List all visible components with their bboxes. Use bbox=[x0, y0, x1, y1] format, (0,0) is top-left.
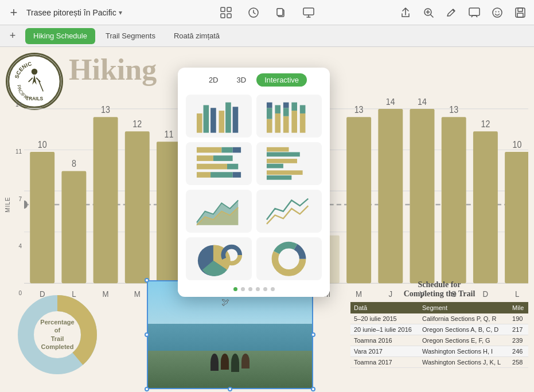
svg-rect-81 bbox=[267, 108, 272, 119]
svg-rect-93 bbox=[221, 147, 232, 153]
table-row: 5–20 iulie 2015California Sections P, Q,… bbox=[350, 313, 528, 324]
svg-rect-82 bbox=[267, 102, 272, 108]
title-chevron[interactable]: ▾ bbox=[119, 9, 122, 17]
picker-tab-3d[interactable]: 3D bbox=[229, 73, 255, 87]
table-title: Schedule for Completing the Trail bbox=[350, 280, 528, 299]
svg-rect-100 bbox=[211, 172, 233, 178]
handle-bl[interactable] bbox=[145, 387, 149, 391]
svg-rect-105 bbox=[267, 164, 283, 168]
copy-icon[interactable] bbox=[273, 5, 289, 21]
svg-text:13: 13 bbox=[449, 104, 458, 115]
chart-options-grid bbox=[184, 92, 324, 283]
svg-rect-1 bbox=[227, 7, 231, 11]
svg-rect-99 bbox=[197, 172, 211, 178]
svg-rect-101 bbox=[232, 172, 240, 178]
svg-rect-52 bbox=[473, 131, 498, 283]
picker-dot-2[interactable] bbox=[248, 287, 252, 291]
svg-rect-103 bbox=[267, 152, 300, 156]
svg-rect-76 bbox=[211, 108, 216, 132]
picker-dot-1[interactable] bbox=[241, 287, 245, 291]
chart-option-pie[interactable] bbox=[186, 237, 252, 280]
tab-bar: + Hiking Schedule Trail Segments Roată z… bbox=[0, 25, 534, 47]
picker-pagination bbox=[184, 287, 324, 291]
save-icon[interactable] bbox=[512, 5, 528, 21]
presenter-icon[interactable] bbox=[301, 5, 317, 21]
emoji-icon[interactable] bbox=[489, 5, 505, 21]
svg-text:12: 12 bbox=[132, 119, 142, 129]
picker-tab-2d[interactable]: 2D bbox=[201, 73, 227, 87]
chart-option-area[interactable] bbox=[186, 190, 252, 233]
chart-option-donut[interactable] bbox=[256, 237, 322, 280]
svg-rect-83 bbox=[275, 113, 281, 133]
zoom-icon[interactable] bbox=[420, 5, 436, 21]
picker-dot-4[interactable] bbox=[263, 287, 267, 291]
svg-point-12 bbox=[498, 11, 500, 12]
svg-rect-14 bbox=[518, 8, 523, 11]
chart-option-grouped-bar[interactable] bbox=[186, 95, 252, 138]
add-button[interactable]: + bbox=[6, 5, 22, 21]
picker-dot-3[interactable] bbox=[256, 287, 260, 291]
share-icon[interactable] bbox=[397, 5, 414, 21]
svg-rect-84 bbox=[275, 105, 281, 113]
svg-rect-2 bbox=[221, 14, 225, 18]
toolbar: + Trasee pitorești în Pacific ▾ bbox=[0, 0, 534, 25]
pencil-icon[interactable] bbox=[443, 5, 459, 21]
picker-tabs: 2D 3D Interactive bbox=[184, 73, 324, 87]
toolbar-left: + Trasee pitorești în Pacific ▾ bbox=[6, 5, 122, 21]
svg-rect-79 bbox=[232, 107, 238, 132]
chart-option-horizontal-bar[interactable] bbox=[186, 142, 252, 185]
svg-rect-95 bbox=[197, 155, 213, 161]
svg-rect-96 bbox=[213, 155, 233, 161]
add-tab-button[interactable]: + bbox=[5, 28, 21, 44]
chart-option-stacked-bar[interactable] bbox=[256, 95, 322, 138]
tab-hiking-schedule[interactable]: Hiking Schedule bbox=[25, 28, 95, 44]
svg-rect-77 bbox=[219, 111, 224, 133]
svg-rect-75 bbox=[203, 105, 209, 132]
svg-rect-31 bbox=[61, 171, 86, 284]
svg-rect-94 bbox=[232, 147, 240, 153]
tab-roata-zimtata[interactable]: Roată zimțată bbox=[166, 28, 228, 44]
table-row: Vara 2017Washington Sections H, I246 bbox=[350, 346, 528, 357]
chart-option-line[interactable] bbox=[256, 190, 322, 233]
svg-text:10: 10 bbox=[513, 139, 522, 150]
col-header-mile: Mile bbox=[509, 302, 528, 313]
comment-icon[interactable] bbox=[466, 5, 482, 21]
table-row: Toamna 2016Oregon Sections E, F, G239 bbox=[350, 335, 528, 346]
picker-dot-5[interactable] bbox=[271, 287, 275, 291]
y-axis-label: MILE bbox=[5, 197, 11, 212]
picker-dot-0[interactable] bbox=[233, 287, 237, 291]
picker-tab-interactive[interactable]: Interactive bbox=[256, 73, 307, 87]
handle-bc[interactable] bbox=[228, 387, 232, 391]
svg-rect-3 bbox=[227, 14, 231, 18]
svg-rect-54 bbox=[505, 152, 528, 283]
svg-rect-92 bbox=[197, 147, 221, 153]
svg-point-27 bbox=[24, 201, 28, 209]
svg-rect-87 bbox=[283, 102, 289, 108]
svg-rect-9 bbox=[469, 8, 480, 15]
svg-rect-80 bbox=[267, 119, 272, 132]
chart-picker-popup: 2D 3D Interactive bbox=[178, 68, 330, 297]
svg-rect-86 bbox=[283, 108, 289, 116]
svg-point-11 bbox=[496, 11, 497, 12]
handle-ml[interactable] bbox=[145, 332, 149, 337]
svg-text:11: 11 bbox=[165, 129, 174, 139]
svg-rect-89 bbox=[292, 102, 298, 110]
svg-rect-50 bbox=[442, 117, 466, 283]
svg-rect-0 bbox=[221, 7, 225, 11]
handle-mr[interactable] bbox=[311, 332, 315, 337]
donut-chart: PercentageofTrailCompleted bbox=[11, 289, 103, 381]
handle-tl[interactable] bbox=[145, 278, 149, 283]
svg-rect-97 bbox=[197, 164, 227, 170]
svg-text:12: 12 bbox=[481, 119, 490, 129]
svg-text:14: 14 bbox=[418, 99, 427, 107]
svg-rect-91 bbox=[300, 105, 306, 113]
svg-text:8: 8 bbox=[72, 158, 76, 168]
tab-trail-segments[interactable]: Trail Segments bbox=[98, 28, 163, 44]
donut-chart-section: PercentageofTrailCompleted bbox=[0, 277, 115, 392]
clock-icon[interactable] bbox=[245, 5, 262, 21]
handle-br[interactable] bbox=[311, 387, 315, 391]
table-section: Schedule for Completing the Trail Dată S… bbox=[345, 277, 534, 392]
grid-icon[interactable] bbox=[218, 5, 234, 21]
chart-option-horizontal-grouped[interactable] bbox=[256, 142, 322, 185]
donut-label: PercentageofTrailCompleted bbox=[34, 318, 80, 351]
